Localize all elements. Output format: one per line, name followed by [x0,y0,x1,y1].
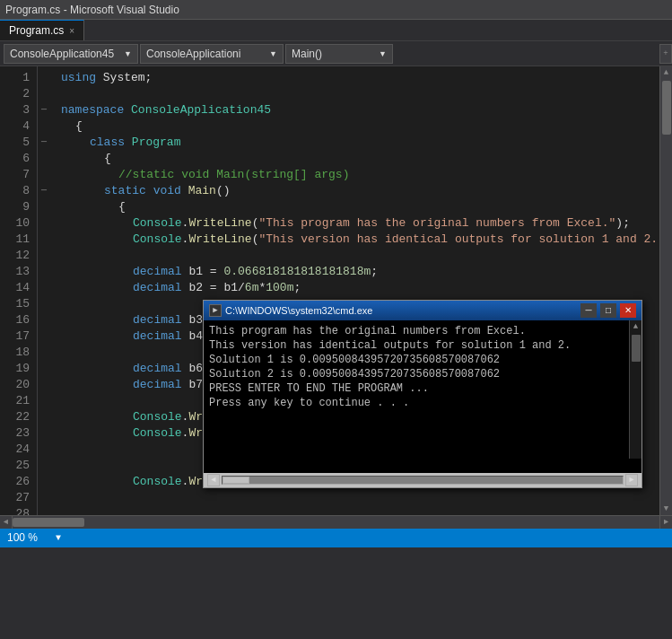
toolbar-dropdown-class-label: ConsoleApplicationi [146,48,240,60]
code-line-4: { [54,118,659,135]
collapse-namespace[interactable]: ─ [38,102,50,118]
cmd-title-text: C:\WINDOWS\system32\cmd.exe [225,302,577,319]
code-line-13: decimal b1 = 0.066818181818181818m; [54,264,659,280]
editor-scrollbar-thumb[interactable] [662,81,671,135]
bottom-scroll-left-button[interactable]: ◄ [0,516,13,529]
title-bar-text: Program.cs - Microsoft Visual Studio [5,4,179,16]
cmd-titlebar[interactable]: ▶ C:\WINDOWS\system32\cmd.exe ─ □ ✕ [204,301,641,320]
title-bar: Program.cs - Microsoft Visual Studio [0,0,672,20]
code-line-7: //static void Main(string[] args) [54,167,659,183]
cmd-line-3: Solution 1 is 0.009500843957207356085700… [209,353,636,367]
code-line-27 [54,490,659,506]
code-line-5: class Program [54,135,659,151]
tab-label: Program.cs [9,24,64,37]
cmd-scrollbar-thumb[interactable] [632,335,641,362]
collapse-margin: ─ ─ ─ [38,66,50,515]
cmd-statusbar: ◄ ► [204,473,641,487]
code-line-10: Console.WriteLine("This program has the … [54,215,659,232]
code-line-28 [54,506,659,515]
toolbar-dropdown-class[interactable]: ConsoleApplicationi ▼ [140,44,284,64]
status-bar-zoom: 100 % [7,531,38,544]
cmd-line-6: Press any key to continue . . . [209,396,636,410]
cmd-window-icon: ▶ [209,304,222,317]
cmd-close-icon: ✕ [624,302,632,319]
line-numbers: 12345 678910 1112131415 1617181920 21222… [0,66,38,515]
cmd-maximize-button[interactable]: □ [600,303,616,318]
code-line-1: using System; [54,70,659,86]
code-line-3: namespace ConsoleApplication45 [54,102,659,118]
cmd-minimize-button[interactable]: ─ [580,303,597,318]
toolbar-plus-button[interactable]: + [659,44,672,64]
bottom-scroll-thumb [13,518,84,527]
collapse-main[interactable]: ─ [38,183,50,199]
code-line-6: { [54,151,659,167]
tab-bar: Program.cs × [0,20,672,41]
editor-container: 12345 678910 1112131415 1617181920 21222… [0,66,672,515]
code-line-11: Console.WriteLine("This version has iden… [54,232,659,248]
cmd-horizontal-scrollbar[interactable] [222,476,624,485]
toolbar-dropdown3-arrow: ▼ [379,49,387,58]
bottom-scroll-track[interactable] [13,516,659,529]
toolbar-dropdown-project-label: ConsoleApplication45 [10,48,114,60]
editor-scroll-up-button[interactable]: ▲ [660,66,672,79]
cmd-scroll-left-button[interactable]: ◄ [207,474,220,486]
tab-program-cs[interactable]: Program.cs × [0,20,84,40]
cmd-horizontal-scroll-thumb [223,477,249,484]
toolbar-dropdown-project[interactable]: ConsoleApplication45 ▼ [4,44,138,64]
toolbar-dropdown-method[interactable]: Main() ▼ [285,44,393,64]
status-bar: 100 % ▼ [0,528,672,547]
bottom-scroll-right-button[interactable]: ► [659,516,672,529]
code-line-9: { [54,199,659,215]
cmd-minimize-icon: ─ [585,302,591,319]
cmd-maximize-icon: □ [606,302,611,319]
editor-scroll-down-button[interactable]: ▼ [660,503,672,515]
code-line-12 [54,248,659,264]
editor-scrollbar[interactable]: ▲ ▼ [659,66,672,515]
cmd-line-4: Solution 2 is 0.009500843957207356085700… [209,367,636,381]
code-line-8: static void Main() [54,183,659,199]
cmd-close-button[interactable]: ✕ [620,303,636,318]
toolbar-dropdown-method-label: Main() [292,48,322,60]
toolbar: ConsoleApplication45 ▼ ConsoleApplicatio… [0,41,672,66]
cmd-line-2: This version has identical outputs for s… [209,338,636,353]
toolbar-dropdown1-arrow: ▼ [124,49,132,58]
cmd-body: This program has the original numbers fr… [204,320,641,473]
cmd-scroll-up-button[interactable]: ▲ [630,320,641,333]
code-line-14: decimal b2 = b1/6m*100m; [54,280,659,296]
bottom-scrollbar[interactable]: ◄ ► [0,515,672,528]
cmd-scrollbar[interactable]: ▲ [629,320,641,459]
toolbar-dropdown2-arrow: ▼ [269,49,277,58]
status-bar-zoom-arrow[interactable]: ▼ [56,533,61,543]
cmd-line-5: PRESS ENTER TO END THE PROGRAM ... [209,381,636,396]
cmd-line-1: This program has the original numbers fr… [209,324,636,338]
tab-close-icon[interactable]: × [69,26,74,36]
cmd-scroll-right-button[interactable]: ► [625,474,638,486]
code-area[interactable]: using System; namespace ConsoleApplicati… [50,66,659,515]
collapse-class[interactable]: ─ [38,135,50,151]
cmd-window[interactable]: ▶ C:\WINDOWS\system32\cmd.exe ─ □ ✕ This… [203,300,642,488]
code-line-2 [54,86,659,102]
